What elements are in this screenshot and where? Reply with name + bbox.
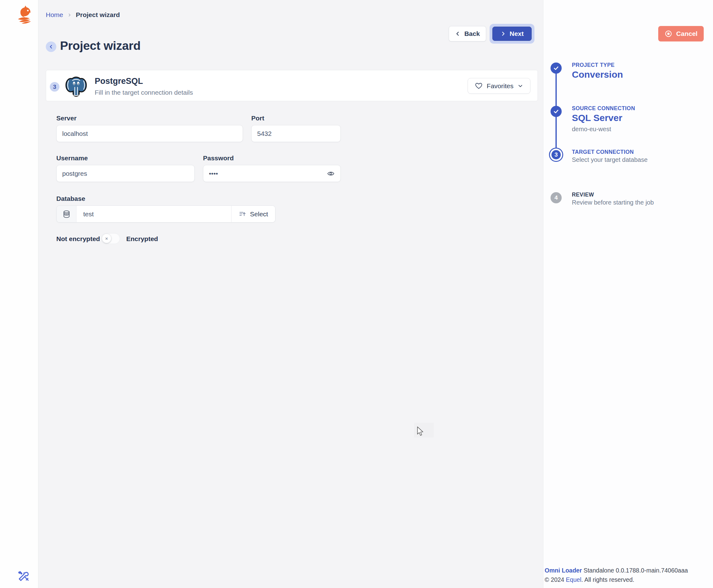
next-button-label: Next [510, 30, 524, 38]
app-logo-icon[interactable] [17, 5, 34, 24]
favorites-label: Favorites [487, 82, 513, 90]
database-input[interactable] [77, 206, 231, 222]
password-label: Password [203, 154, 234, 162]
select-list-icon [238, 210, 247, 218]
postgresql-logo-icon [64, 75, 88, 98]
step-1-caption: PROJECT TYPE [572, 62, 614, 68]
username-input[interactable] [56, 165, 195, 182]
port-input[interactable] [251, 125, 341, 142]
step-3-number: 3 [551, 150, 561, 160]
encrypted-label: Encrypted [126, 235, 158, 243]
database-prefix [57, 206, 77, 222]
encryption-toggle[interactable]: × [101, 233, 120, 244]
footer-copyright-line: © 2024 Equel. All rights reserved. [545, 575, 688, 584]
copyright-suffix: . All rights reserved. [581, 576, 634, 583]
step-3-caption: TARGET CONNECTION [572, 149, 634, 155]
step-2-caption: SOURCE CONNECTION [572, 105, 635, 112]
step-3-subtitle: Select your target database [572, 156, 648, 163]
database-select-button[interactable]: Select [231, 206, 275, 222]
not-encrypted-label: Not encrypted [56, 235, 100, 243]
check-icon [553, 108, 559, 114]
port-label: Port [251, 114, 264, 122]
back-button[interactable]: Back [449, 26, 486, 41]
chevron-left-icon [48, 44, 54, 49]
chevron-down-icon [518, 83, 523, 88]
step-4-caption: REVIEW [572, 192, 594, 198]
check-icon [553, 65, 559, 71]
server-input[interactable] [56, 125, 243, 142]
step-number-badge: 3 [50, 82, 59, 91]
left-sidebar [0, 0, 38, 588]
footer: Omni Loader Standalone 0.0.1788.0-main.7… [545, 566, 688, 584]
step-1-indicator-done [550, 63, 562, 74]
step-2-indicator-done [550, 106, 562, 117]
step-1-title[interactable]: Conversion [572, 69, 623, 80]
step-2-title[interactable]: SQL Server [572, 113, 622, 123]
product-link[interactable]: Omni Loader [545, 567, 582, 574]
database-icon [63, 210, 70, 218]
cancel-button-label: Cancel [676, 30, 697, 38]
chevron-right-icon [500, 31, 506, 37]
breadcrumb-home-link[interactable]: Home [46, 11, 63, 19]
page-title: Project wizard [60, 39, 141, 52]
card-subtitle: Fill in the target connection details [95, 89, 193, 96]
database-input-group: Select [56, 206, 275, 223]
stop-circle-icon [665, 30, 672, 38]
tools-icon[interactable] [17, 569, 30, 583]
card-db-name: PostgreSQL [95, 77, 143, 86]
eye-icon [327, 170, 335, 177]
cancel-button[interactable]: Cancel [658, 26, 704, 41]
wizard-steps-panel [543, 0, 713, 588]
select-label: Select [250, 210, 268, 218]
mouse-pointer-icon [416, 426, 425, 436]
heart-icon [475, 82, 482, 90]
footer-version-line: Omni Loader Standalone 0.0.1788.0-main.7… [545, 566, 688, 575]
step-4-subtitle: Review before starting the job [572, 199, 654, 206]
edition-text: Standalone 0.0.1788.0-main.74060aaa [582, 567, 688, 574]
company-link[interactable]: Equel [566, 576, 582, 583]
breadcrumb: Home Project wizard [46, 11, 120, 19]
step-4-indicator-pending: 4 [550, 192, 562, 203]
favorites-dropdown-button[interactable]: Favorites [467, 78, 530, 94]
chevron-right-icon [67, 13, 71, 17]
step-3-indicator-active: 3 [549, 148, 563, 162]
password-visibility-toggle[interactable] [326, 169, 336, 178]
chevron-left-icon [455, 31, 460, 37]
breadcrumb-current: Project wizard [76, 11, 120, 19]
password-input[interactable] [203, 165, 341, 182]
page-back-button[interactable] [46, 41, 56, 52]
username-label: Username [56, 154, 88, 162]
toggle-knob: × [102, 234, 111, 243]
next-button[interactable]: Next [492, 27, 532, 41]
database-label: Database [56, 195, 85, 203]
copyright-prefix: © 2024 [545, 576, 566, 583]
server-label: Server [56, 114, 77, 122]
step-2-subtitle: demo-eu-west [572, 126, 611, 133]
back-button-label: Back [464, 30, 480, 38]
